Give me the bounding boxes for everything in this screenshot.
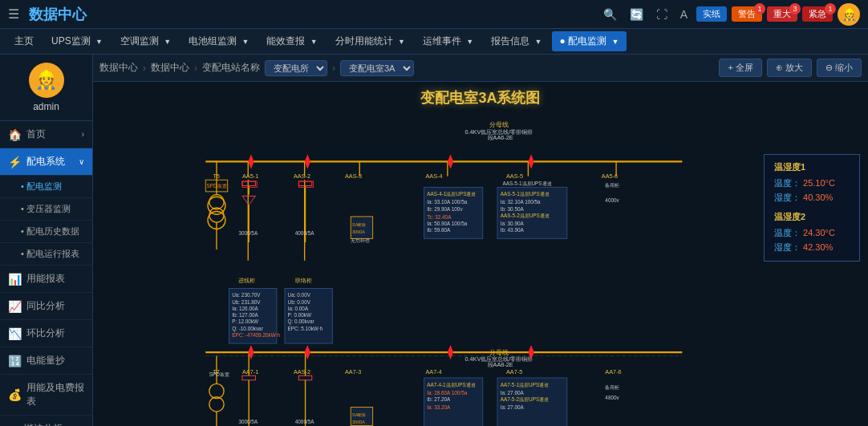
nav-item-home[interactable]: 主页 (6, 31, 42, 51)
sidebar-label-meter: 电能量抄 (26, 354, 65, 367)
temp-2-label: 温度： (774, 228, 801, 237)
live-label: 实纸 (703, 9, 720, 18)
svg-text:AA7-5-1温层UPS通道: AA7-5-1温层UPS通道 (501, 382, 550, 387)
fullscreen-btn[interactable]: + 全屏 (719, 59, 761, 77)
nav-item-reports[interactable]: 报告信息 ▼ (483, 31, 550, 51)
warning-btn[interactable]: 警告 1 (732, 6, 762, 22)
svg-text:AA5-6: AA5-6 (602, 172, 618, 180)
sidebar-item-power-system[interactable]: ⚡ 配电系统 ∨ (0, 148, 92, 176)
svg-text:AAS-5-2温层UPS通道: AAS-5-2温层UPS通道 (501, 213, 550, 218)
svg-text:Ia: 33.20A: Ia: 33.20A (427, 404, 451, 410)
svg-text:SA断路: SA断路 (352, 412, 366, 417)
svg-text:AAS-4: AAS-4 (425, 172, 442, 180)
temp-section-2-title: 温湿度2 (774, 211, 850, 223)
nav-item-efficiency[interactable]: 能效查报 ▼ (258, 31, 325, 51)
svg-text:Ib: 29.90A   100v: Ib: 29.90A 100v (427, 206, 463, 212)
hamburger-icon[interactable]: ☰ (8, 6, 19, 22)
breadcrumb-sep2: › (194, 63, 197, 74)
sidebar-label-power: 配电系统 (26, 155, 65, 168)
sidebar-sub-report[interactable]: 配电运行报表 (0, 243, 92, 266)
sidebar-item-energy-report[interactable]: 📊 用能报表 (0, 266, 92, 293)
sidebar-sub-history[interactable]: 配电历史数据 (0, 221, 92, 243)
user-avatar[interactable]: 👷 (838, 3, 860, 26)
temp-section-1-title: 温湿度1 (774, 161, 850, 173)
sidebar-sub-power-monitor[interactable]: 配电监测 (0, 176, 92, 198)
breadcrumb-sep1: › (143, 63, 146, 74)
temp-panel: 温湿度1 温度： 25.10°C 湿度： 40.30% 温湿度2 温度： 24.… (764, 154, 860, 262)
svg-text:Tc: 32.40A: Tc: 32.40A (427, 214, 452, 220)
svg-text:AA7-5-2温层UPS通道: AA7-5-2温层UPS通道 (501, 396, 550, 402)
svg-text:Ia: 30.90A: Ia: 30.90A (501, 221, 525, 226)
svg-text:联络柜: 联络柜 (295, 277, 312, 284)
content-area: 数据中心 › 数据中心 › 变配电站名称 变配电所 › 变配电室3A + 全屏 … (93, 55, 868, 426)
font-icon-btn[interactable]: A (676, 6, 692, 22)
temp-1-humid-label: 湿度： (774, 193, 801, 202)
top-right-actions: 🔍 🔄 ⛶ A 实纸 警告 1 重大 3 紧急 1 👷 (599, 3, 860, 26)
nav-item-battery[interactable]: 电池组监测 ▼ (180, 31, 257, 51)
svg-text:Ib: 43.90A: Ib: 43.90A (501, 227, 525, 233)
nav-item-power[interactable]: ● 配电监测 ▼ (552, 31, 627, 51)
sidebar-item-home[interactable]: 🏠 首页 › (0, 121, 92, 148)
breadcrumb-room-select[interactable]: 变配电室3A (340, 60, 414, 76)
temp-1-label: 温度： (774, 178, 801, 188)
critical-label: 紧急 (809, 9, 826, 18)
search-icon-btn[interactable]: 🔍 (599, 6, 621, 22)
svg-text:Ia: 27.60A: Ia: 27.60A (501, 390, 525, 396)
breadcrumb-station-select[interactable]: 变配电所 (265, 60, 327, 76)
svg-text:Ia: 33.10A   100/5a: Ia: 33.10A 100/5a (427, 199, 467, 205)
breadcrumb-actions: + 全屏 ⊕ 放大 ⊖ 缩小 (719, 59, 862, 77)
sidebar-avatar: 👷 (29, 63, 64, 98)
svg-text:AAS-4-1温层UPS通道: AAS-4-1温层UPS通道 (427, 191, 476, 197)
svg-text:Ua: 0.00V: Ua: 0.00V (288, 292, 311, 298)
svg-text:AAS-2: AAS-2 (294, 368, 310, 375)
svg-text:4000/5A: 4000/5A (295, 230, 314, 236)
sidebar-item-mom[interactable]: 📉 环比分析 (0, 320, 92, 347)
zoom-out-btn[interactable]: ⊖ 缩小 (817, 59, 862, 77)
sidebar-item-harmonic[interactable]: 〰 谐波分析 (0, 416, 92, 426)
electrical-diagram-svg: 分母线 0.4KV低压室总线/零排铜排 段AA6-2E T5 SPD装置 AA5… (93, 114, 868, 426)
fullscreen-icon-btn[interactable]: ⛶ (652, 6, 671, 22)
sidebar-label-mom: 环比分析 (26, 327, 65, 340)
temp-1-humid-value: 40.30% (803, 193, 833, 202)
svg-text:4000v: 4000v (605, 197, 619, 203)
temp-2-value: 24.30°C (803, 228, 835, 237)
sidebar-user: 👷 admin (0, 55, 92, 121)
major-btn[interactable]: 重大 3 (767, 6, 797, 22)
svg-text:Ib: 59.80A: Ib: 59.80A (427, 227, 451, 233)
nav-bar: 主页 UPS监测 ▼ 空调监测 ▼ 电池组监测 ▼ 能效查报 ▼ 分时用能统计 … (0, 29, 868, 55)
main-layout: 👷 admin 🏠 首页 › ⚡ 配电系统 ∨ 配电监测 变压器监测 配电历史数… (0, 55, 868, 426)
harmonic-icon: 〰 (8, 423, 19, 427)
svg-text:AAS-5: AAS-5 (506, 172, 523, 180)
sidebar-label-yoy: 同比分析 (26, 299, 65, 313)
sidebar-sub-transformer[interactable]: 变压器监测 (0, 198, 92, 221)
breadcrumb-station-label: 变配电站名称 (202, 61, 260, 75)
sidebar-username: admin (33, 101, 59, 112)
critical-btn[interactable]: 紧急 1 (802, 6, 833, 22)
temp-1-humid-row: 湿度： 40.30% (774, 191, 850, 205)
sidebar-item-cost[interactable]: 💰 用能及电费报表 (0, 375, 92, 416)
top-header: ☰ 数据中心 🔍 🔄 ⛶ A 实纸 警告 1 重大 3 紧急 1 👷 (0, 0, 868, 29)
nav-item-energy[interactable]: 分时用能统计 ▼ (327, 31, 413, 51)
nav-item-ops[interactable]: 运维事件 ▼ (415, 31, 481, 51)
nav-item-ac[interactable]: 空调监测 ▼ (112, 31, 179, 51)
temp-2-humid-value: 42.30% (803, 242, 833, 252)
svg-text:Ia: 32.10A   100/5a: Ia: 32.10A 100/5a (501, 199, 541, 205)
temp-2-temp-row: 温度： 24.30°C (774, 226, 850, 241)
zoom-in-btn[interactable]: ⊕ 放大 (767, 59, 812, 77)
sidebar-label-cost: 用能及电费报表 (26, 381, 84, 408)
svg-text:Ia: 126.00A: Ia: 126.00A (232, 306, 258, 311)
sidebar-item-meter[interactable]: 🔢 电能量抄 (0, 347, 92, 375)
svg-text:EPC: 5.10kW·h: EPC: 5.10kW·h (288, 326, 323, 331)
svg-text:3000A: 3000A (352, 229, 365, 234)
breadcrumb-root: 数据中心 (99, 61, 138, 75)
svg-text:Ib: 127.00A: Ib: 127.00A (232, 312, 258, 318)
svg-text:Q: -10.00kvar: Q: -10.00kvar (232, 326, 263, 332)
sidebar-item-yoy[interactable]: 📈 同比分析 (0, 293, 92, 320)
svg-text:4000/5A: 4000/5A (295, 419, 314, 424)
nav-item-ups[interactable]: UPS监测 ▼ (43, 31, 111, 51)
refresh-icon-btn[interactable]: 🔄 (626, 6, 647, 22)
live-btn[interactable]: 实纸 (696, 6, 727, 22)
svg-text:SA断路: SA断路 (352, 222, 366, 227)
svg-text:备用柜: 备用柜 (605, 384, 619, 390)
critical-badge: 1 (825, 3, 836, 14)
